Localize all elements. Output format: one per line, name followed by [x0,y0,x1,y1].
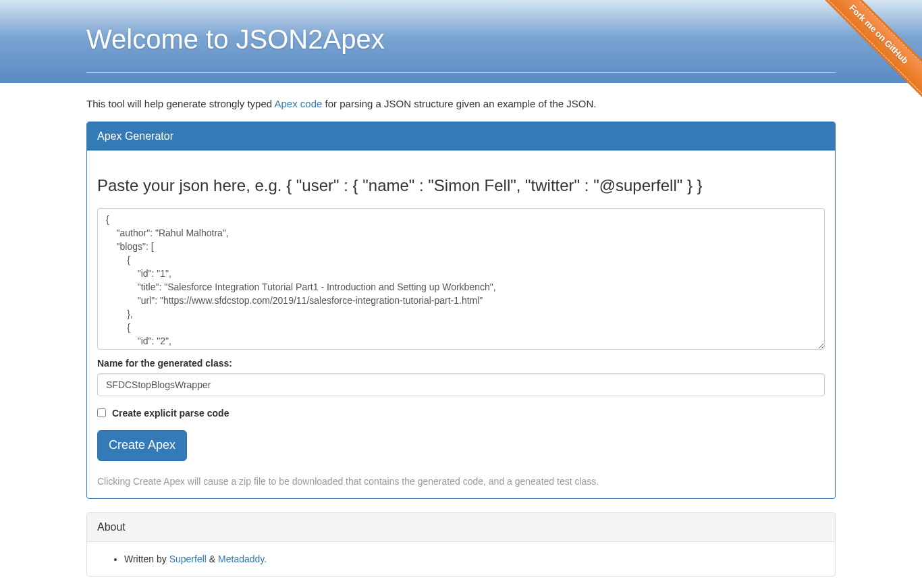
json-input-textarea[interactable]: { "author": "Rahul Malhotra", "blogs": [… [97,208,825,350]
class-name-input[interactable] [97,373,825,396]
apex-generator-panel: Apex Generator Paste your json here, e.g… [86,122,836,499]
help-text: Clicking Create Apex will cause a zip fi… [97,475,825,488]
intro-before: This tool will help generate strongly ty… [86,98,275,109]
about-suffix: . [264,554,267,564]
metadaddy-link[interactable]: Metadaddy [218,554,264,564]
intro-text: This tool will help generate strongly ty… [86,83,836,121]
panel-heading: Apex Generator [87,122,835,151]
class-name-label: Name for the generated class: [97,356,825,370]
checkbox-text: Create explicit parse code [112,408,229,419]
about-panel: About Written by Superfell & Metadaddy. [86,512,836,577]
github-fork-ribbon[interactable]: Fork me on GitHub [821,0,922,101]
superfell-link[interactable]: Superfell [169,554,207,564]
about-written-by: Written by Superfell & Metadaddy. [124,552,825,566]
explicit-parse-checkbox-label[interactable]: Create explicit parse code [97,406,825,420]
header-banner: Welcome to JSON2Apex [0,0,922,83]
apex-code-link[interactable]: Apex code [275,98,323,109]
intro-after: for parsing a JSON structure given an ex… [322,98,596,109]
about-heading: About [87,513,835,543]
create-apex-button[interactable]: Create Apex [97,430,187,461]
github-ribbon-label: Fork me on GitHub [821,0,922,95]
explicit-parse-checkbox[interactable] [97,408,106,417]
form-heading: Paste your json here, e.g. { "user" : { … [97,174,825,197]
author-separator: & [207,554,218,564]
page-title: Welcome to JSON2Apex [86,20,836,73]
written-by-prefix: Written by [124,554,169,564]
